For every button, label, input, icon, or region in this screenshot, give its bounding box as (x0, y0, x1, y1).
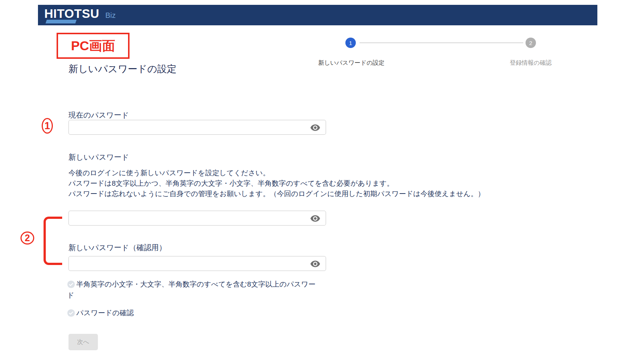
validation-rule-complexity: 半角英字の小文字・大文字、半角数字のすべてを含む8文字以上のパスワー ド (67, 279, 328, 301)
instruction-line: 今後のログインに使う新しいパスワードを設定してください。 (68, 168, 485, 178)
password-instructions: 今後のログインに使う新しいパスワードを設定してください。 パスワードは8文字以上… (68, 168, 485, 199)
validation-text: 半角英字の小文字・大文字、半角数字のすべてを含む8文字以上のパスワー (76, 280, 315, 288)
current-password-field (68, 120, 326, 135)
brand-underline-shape (45, 20, 76, 23)
stepper-step-1-label: 新しいパスワードの設定 (318, 59, 385, 67)
annotation-bracket (44, 217, 62, 265)
stepper-step-1-circle: 1 (345, 38, 356, 48)
navbar: HITOTSU Biz (38, 5, 597, 25)
stepper-step-2-circle: 2 (526, 38, 536, 48)
new-password-input[interactable] (73, 211, 309, 226)
annotation-pc-screen-label: PC画面 (71, 37, 115, 55)
page-title: 新しいパスワードの設定 (68, 63, 176, 76)
next-button[interactable]: 次へ (68, 334, 98, 350)
instruction-line: パスワードは忘れないようにご自身での管理をお願いします。（今回のログインに使用し… (68, 189, 485, 199)
validation-rule-match: パスワードの確認 (67, 307, 328, 319)
toggle-visibility-icon[interactable] (310, 122, 320, 133)
confirm-password-label: 新しいパスワード（確認用） (68, 243, 166, 253)
check-circle-icon (67, 309, 75, 317)
confirm-password-field (68, 256, 326, 271)
stepper-step-2-label: 登録情報の確認 (510, 59, 552, 67)
stepper-connector-line (360, 42, 523, 43)
new-password-field (68, 211, 326, 226)
annotation-marker-2: 2 (20, 232, 34, 245)
password-setup-page: HITOTSU Biz PC画面 新しいパスワードの設定 1 2 新しいパスワー… (0, 0, 629, 364)
toggle-visibility-icon[interactable] (310, 213, 320, 224)
stepper-step-1-number: 1 (349, 40, 352, 46)
current-password-input[interactable] (73, 120, 309, 135)
current-password-label: 現在のパスワード (68, 110, 129, 120)
new-password-label: 新しいパスワード (68, 152, 129, 162)
brand-suffix: Biz (105, 11, 116, 20)
confirm-password-input[interactable] (73, 256, 309, 271)
validation-text: パスワードの確認 (76, 309, 134, 317)
annotation-marker-1: 1 (42, 118, 53, 134)
stepper-step-2-number: 2 (529, 40, 532, 46)
brand-logo: HITOTSU (44, 7, 99, 21)
check-circle-icon (67, 280, 75, 288)
toggle-visibility-icon[interactable] (310, 259, 320, 269)
instruction-line: パスワードは8文字以上かつ、半角英字の大文字・小文字、半角数字のすべてを含む必要… (68, 178, 485, 189)
annotation-pc-screen-box: PC画面 (57, 33, 130, 59)
validation-text: ド (67, 291, 74, 299)
